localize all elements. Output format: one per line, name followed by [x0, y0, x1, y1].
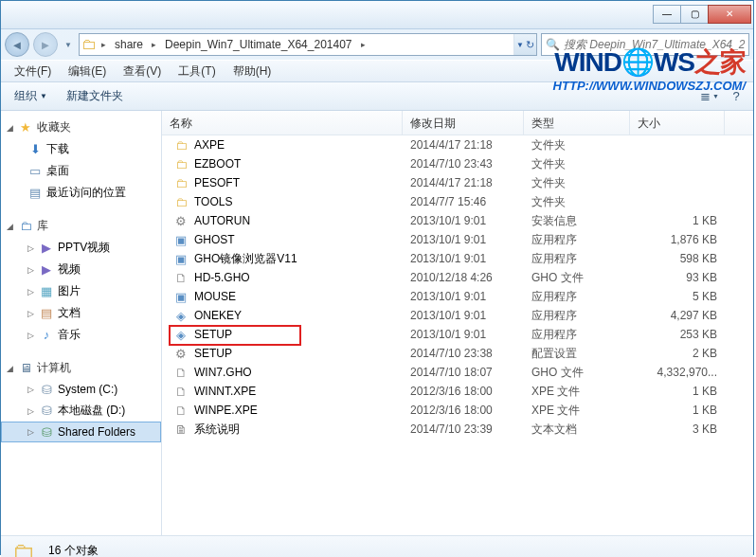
file-row[interactable]: 🗋WINPE.XPE2012/3/16 18:00XPE 文件1 KB [162, 401, 753, 420]
file-row[interactable]: 🗋WINNT.XPE2012/3/16 18:00XPE 文件1 KB [162, 382, 753, 401]
file-list[interactable]: 🗀AXPE2014/4/17 21:18文件夹🗀EZBOOT2014/7/10 … [162, 135, 753, 535]
sidebar-item-documents[interactable]: ▷▤文档 [1, 302, 161, 324]
maximize-button[interactable]: ▢ [680, 5, 709, 24]
sidebar-item-videos[interactable]: ▷▶视频 [1, 259, 161, 280]
sidebar-item-pictures[interactable]: ▷▦图片 [1, 280, 161, 302]
menu-file[interactable]: 文件(F) [7, 62, 59, 81]
expand-icon[interactable]: ▷ [27, 243, 39, 253]
back-button[interactable]: ◄ [5, 32, 29, 57]
file-name: MOUSE [194, 290, 236, 303]
menu-edit[interactable]: 编辑(E) [61, 62, 114, 81]
navigation-pane[interactable]: ◢ ★ 收藏夹 ⬇下载 ▭桌面 ▤最近访问的位置 ◢ 🗀 库 ▷▶PPTV视频 … [1, 111, 162, 535]
expand-icon[interactable]: ◢ [7, 364, 18, 373]
sidebar-item-cdrive[interactable]: ▷⛁System (C:) [1, 379, 161, 400]
favorites-header[interactable]: ◢ ★ 收藏夹 [1, 117, 161, 138]
body: ◢ ★ 收藏夹 ⬇下载 ▭桌面 ▤最近访问的位置 ◢ 🗀 库 ▷▶PPTV视频 … [1, 111, 753, 535]
chevron-down-icon: ▼ [40, 92, 47, 100]
file-size: 598 KB [630, 252, 725, 265]
file-row[interactable]: 🗋WIN7.GHO2014/7/10 18:07GHO 文件4,332,970.… [162, 363, 753, 382]
view-options-button[interactable]: ≣▼ [698, 86, 721, 107]
file-size: 4,332,970... [630, 366, 725, 379]
expand-icon[interactable]: ▷ [27, 287, 39, 296]
sidebar-item-recent[interactable]: ▤最近访问的位置 [1, 182, 161, 204]
file-name: SETUP [194, 347, 232, 360]
file-icon: 🗋 [173, 384, 189, 399]
computer-header[interactable]: ◢ 🖥 计算机 [1, 357, 161, 379]
file-type: 文件夹 [524, 137, 630, 153]
file-type: 文本文档 [524, 422, 630, 438]
search-input[interactable] [564, 38, 745, 51]
file-name: WINNT.XPE [194, 385, 256, 398]
search-icon: 🔍 [546, 38, 560, 51]
file-name: AXPE [194, 138, 225, 152]
expand-icon[interactable]: ◢ [7, 222, 18, 231]
file-row[interactable]: ⚙AUTORUN2013/10/1 9:01安装信息1 KB [162, 211, 753, 230]
file-size: 253 KB [630, 328, 725, 341]
file-type: 应用程序 [524, 327, 630, 343]
file-type: 安装信息 [524, 213, 630, 229]
sidebar-item-ddrive[interactable]: ▷⛁本地磁盘 (D:) [1, 400, 161, 422]
sidebar-item-downloads[interactable]: ⬇下载 [1, 138, 161, 160]
help-button[interactable]: ? [725, 86, 747, 107]
refresh-button[interactable]: ▼↻ [513, 34, 536, 55]
breadcrumb-deepin[interactable]: Deepin_Win7_Ultimate_X64_201407 [159, 38, 357, 51]
sidebar-item-desktop[interactable]: ▭桌面 [1, 160, 161, 182]
file-date: 2014/7/7 15:46 [403, 195, 524, 208]
menu-view[interactable]: 查看(V) [116, 62, 169, 81]
file-type: 应用程序 [524, 308, 630, 324]
expand-icon[interactable]: ▷ [27, 406, 39, 416]
title-bar[interactable]: — ▢ ✕ [1, 1, 753, 29]
breadcrumb-share[interactable]: share [109, 38, 149, 51]
file-row[interactable]: 🗎系统说明2014/7/10 23:39文本文档3 KB [162, 420, 753, 439]
file-row[interactable]: 🗀TOOLS2014/7/7 15:46文件夹 [162, 192, 753, 211]
organize-button[interactable]: 组织▼ [7, 85, 55, 107]
file-row[interactable]: 🗋HD-5.GHO2010/12/18 4:26GHO 文件93 KB [162, 268, 753, 287]
file-name: TOOLS [194, 195, 232, 208]
tree-favorites: ◢ ★ 收藏夹 ⬇下载 ▭桌面 ▤最近访问的位置 [1, 117, 161, 204]
file-row[interactable]: ▣GHO镜像浏览器V112013/10/1 9:01应用程序598 KB [162, 249, 753, 268]
file-row[interactable]: 🗀AXPE2014/4/17 21:18文件夹 [162, 135, 753, 154]
file-size: 4,297 KB [630, 309, 725, 322]
expand-icon[interactable]: ▷ [27, 331, 39, 340]
address-bar[interactable]: 🗀 ▸ share ▸ Deepin_Win7_Ultimate_X64_201… [79, 33, 537, 56]
close-button[interactable]: ✕ [708, 5, 751, 24]
file-type: XPE 文件 [524, 384, 630, 400]
forward-button[interactable]: ► [33, 32, 58, 57]
menu-tools[interactable]: 工具(T) [171, 62, 223, 81]
file-row[interactable]: ▣MOUSE2013/10/1 9:01应用程序5 KB [162, 287, 753, 306]
star-icon: ★ [18, 120, 33, 135]
sidebar-item-shared-folders[interactable]: ▷⛁Shared Folders [1, 422, 161, 442]
sidebar-item-pptv[interactable]: ▷▶PPTV视频 [1, 237, 161, 259]
file-row[interactable]: 🗀EZBOOT2014/7/10 23:43文件夹 [162, 154, 753, 173]
file-row[interactable]: ⚙SETUP2014/7/10 23:38配置设置2 KB [162, 344, 753, 363]
expand-icon[interactable]: ▷ [27, 427, 39, 437]
column-date[interactable]: 修改日期 [403, 111, 524, 135]
minimize-button[interactable]: — [653, 5, 681, 24]
expand-icon[interactable]: ▷ [27, 265, 39, 275]
sidebar-item-music[interactable]: ▷♪音乐 [1, 324, 161, 346]
file-row[interactable]: ▣GHOST2013/10/1 9:01应用程序1,876 KB [162, 230, 753, 249]
libraries-header[interactable]: ◢ 🗀 库 [1, 215, 161, 237]
breadcrumb-arrow[interactable]: ▸ [358, 40, 369, 49]
breadcrumb-arrow[interactable]: ▸ [149, 40, 159, 49]
file-row[interactable]: ◈ONEKEY2013/10/1 9:01应用程序4,297 KB [162, 306, 753, 325]
column-type[interactable]: 类型 [524, 111, 630, 135]
nav-history-dropdown[interactable]: ▼ [62, 32, 75, 57]
menu-help[interactable]: 帮助(H) [225, 62, 279, 81]
expand-icon[interactable]: ◢ [7, 123, 18, 133]
file-row[interactable]: ◈SETUP2013/10/1 9:01应用程序253 KB [162, 325, 753, 344]
expand-icon[interactable]: ▷ [27, 309, 39, 318]
search-box[interactable]: 🔍 [541, 33, 749, 56]
breadcrumb-arrow[interactable]: ▸ [99, 40, 109, 49]
expand-icon[interactable]: ▷ [27, 385, 39, 394]
file-date: 2014/7/10 23:39 [403, 422, 524, 436]
column-name[interactable]: 名称 [162, 111, 403, 135]
file-row[interactable]: 🗀PESOFT2014/4/17 21:18文件夹 [162, 173, 753, 192]
column-size[interactable]: 大小 [630, 111, 725, 135]
file-type: 文件夹 [524, 175, 630, 191]
file-date: 2010/12/18 4:26 [403, 271, 524, 284]
file-date: 2013/10/1 9:01 [403, 290, 524, 303]
file-size: 1,876 KB [630, 233, 725, 246]
file-name: 系统说明 [194, 422, 240, 438]
new-folder-button[interactable]: 新建文件夹 [59, 85, 131, 107]
